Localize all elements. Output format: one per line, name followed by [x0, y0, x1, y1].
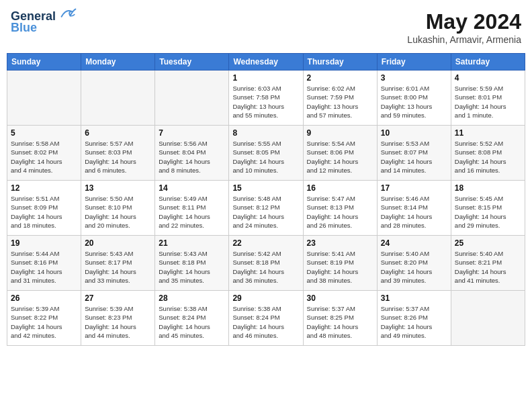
calendar-cell: 24Sunrise: 5:40 AM Sunset: 8:20 PM Dayli…: [377, 236, 451, 291]
calendar-cell: 30Sunrise: 5:37 AM Sunset: 8:25 PM Dayli…: [303, 291, 377, 346]
calendar-cell: 6Sunrise: 5:57 AM Sunset: 8:03 PM Daylig…: [81, 126, 155, 181]
calendar-cell: 10Sunrise: 5:53 AM Sunset: 8:07 PM Dayli…: [377, 126, 451, 181]
day-info: Sunrise: 5:49 AM Sunset: 8:11 PM Dayligh…: [159, 194, 225, 230]
day-info: Sunrise: 5:58 AM Sunset: 8:02 PM Dayligh…: [11, 139, 77, 175]
day-info: Sunrise: 5:52 AM Sunset: 8:08 PM Dayligh…: [455, 139, 521, 175]
day-number: 22: [232, 238, 299, 248]
logo-bird-icon: [60, 7, 77, 20]
day-info: Sunrise: 5:57 AM Sunset: 8:03 PM Dayligh…: [85, 139, 151, 175]
day-number: 31: [381, 293, 447, 303]
day-number: 23: [307, 238, 373, 248]
day-info: Sunrise: 5:44 AM Sunset: 8:16 PM Dayligh…: [11, 249, 77, 285]
day-number: 18: [455, 183, 521, 193]
page-header: General Blue May 2024 Lukashin, Armavir,…: [7, 7, 525, 48]
calendar-cell: 5Sunrise: 5:58 AM Sunset: 8:02 PM Daylig…: [7, 126, 81, 181]
weekday-header: Thursday: [303, 54, 377, 71]
calendar-cell: 12Sunrise: 5:51 AM Sunset: 8:09 PM Dayli…: [7, 181, 81, 236]
day-number: 8: [232, 128, 299, 138]
title-section: May 2024 Lukashin, Armavir, Armenia: [407, 9, 521, 45]
day-number: 7: [159, 128, 225, 138]
location-subtitle: Lukashin, Armavir, Armenia: [407, 34, 521, 45]
calendar-cell: 14Sunrise: 5:49 AM Sunset: 8:11 PM Dayli…: [155, 181, 229, 236]
day-info: Sunrise: 5:38 AM Sunset: 8:24 PM Dayligh…: [232, 304, 299, 340]
calendar-week-row: 19Sunrise: 5:44 AM Sunset: 8:16 PM Dayli…: [7, 236, 525, 291]
calendar-cell: 8Sunrise: 5:55 AM Sunset: 8:05 PM Daylig…: [229, 126, 303, 181]
calendar-cell: 21Sunrise: 5:43 AM Sunset: 8:18 PM Dayli…: [155, 236, 229, 291]
calendar-cell: [155, 71, 229, 126]
day-info: Sunrise: 5:55 AM Sunset: 8:05 PM Dayligh…: [232, 139, 299, 175]
day-info: Sunrise: 5:56 AM Sunset: 8:04 PM Dayligh…: [159, 139, 225, 175]
weekday-header: Monday: [81, 54, 155, 71]
day-number: 10: [381, 128, 447, 138]
day-info: Sunrise: 5:47 AM Sunset: 8:13 PM Dayligh…: [307, 194, 373, 230]
calendar-cell: 7Sunrise: 5:56 AM Sunset: 8:04 PM Daylig…: [155, 126, 229, 181]
calendar-cell: 31Sunrise: 5:37 AM Sunset: 8:26 PM Dayli…: [377, 291, 451, 346]
day-info: Sunrise: 5:43 AM Sunset: 8:17 PM Dayligh…: [85, 249, 151, 285]
calendar-cell: 1Sunrise: 6:03 AM Sunset: 7:58 PM Daylig…: [229, 71, 303, 126]
logo: General Blue: [11, 9, 77, 35]
weekday-header: Tuesday: [155, 54, 229, 71]
day-number: 27: [85, 293, 151, 303]
calendar-cell: 13Sunrise: 5:50 AM Sunset: 8:10 PM Dayli…: [81, 181, 155, 236]
calendar-cell: [81, 71, 155, 126]
weekday-header: Wednesday: [229, 54, 303, 71]
day-info: Sunrise: 6:02 AM Sunset: 7:59 PM Dayligh…: [307, 84, 373, 120]
day-number: 30: [307, 293, 373, 303]
calendar-title: May 2024: [407, 9, 521, 34]
day-number: 24: [381, 238, 447, 248]
day-info: Sunrise: 5:42 AM Sunset: 8:18 PM Dayligh…: [232, 249, 299, 285]
day-number: 16: [307, 183, 373, 193]
weekday-header: Friday: [377, 54, 451, 71]
calendar-cell: 11Sunrise: 5:52 AM Sunset: 8:08 PM Dayli…: [451, 126, 525, 181]
day-number: 29: [232, 293, 299, 303]
calendar-week-row: 12Sunrise: 5:51 AM Sunset: 8:09 PM Dayli…: [7, 181, 525, 236]
calendar-table: SundayMondayTuesdayWednesdayThursdayFrid…: [7, 53, 525, 346]
calendar-cell: 15Sunrise: 5:48 AM Sunset: 8:12 PM Dayli…: [229, 181, 303, 236]
calendar-cell: 19Sunrise: 5:44 AM Sunset: 8:16 PM Dayli…: [7, 236, 81, 291]
calendar-cell: 25Sunrise: 5:40 AM Sunset: 8:21 PM Dayli…: [451, 236, 525, 291]
day-number: 3: [381, 73, 447, 83]
calendar-cell: 9Sunrise: 5:54 AM Sunset: 8:06 PM Daylig…: [303, 126, 377, 181]
day-info: Sunrise: 5:43 AM Sunset: 8:18 PM Dayligh…: [159, 249, 225, 285]
day-number: 19: [11, 238, 77, 248]
calendar-week-row: 1Sunrise: 6:03 AM Sunset: 7:58 PM Daylig…: [7, 71, 525, 126]
calendar-cell: 3Sunrise: 6:01 AM Sunset: 8:00 PM Daylig…: [377, 71, 451, 126]
calendar-cell: [451, 291, 525, 346]
calendar-cell: 2Sunrise: 6:02 AM Sunset: 7:59 PM Daylig…: [303, 71, 377, 126]
day-number: 17: [381, 183, 447, 193]
day-info: Sunrise: 5:54 AM Sunset: 8:06 PM Dayligh…: [307, 139, 373, 175]
calendar-cell: 4Sunrise: 5:59 AM Sunset: 8:01 PM Daylig…: [451, 71, 525, 126]
day-info: Sunrise: 5:39 AM Sunset: 8:23 PM Dayligh…: [85, 304, 151, 340]
day-info: Sunrise: 5:41 AM Sunset: 8:19 PM Dayligh…: [307, 249, 373, 285]
day-info: Sunrise: 6:01 AM Sunset: 8:00 PM Dayligh…: [381, 84, 447, 120]
day-number: 26: [11, 293, 77, 303]
day-number: 21: [159, 238, 225, 248]
day-number: 20: [85, 238, 151, 248]
day-info: Sunrise: 5:40 AM Sunset: 8:21 PM Dayligh…: [455, 249, 521, 285]
day-number: 9: [307, 128, 373, 138]
day-number: 25: [455, 238, 521, 248]
calendar-cell: 26Sunrise: 5:39 AM Sunset: 8:22 PM Dayli…: [7, 291, 81, 346]
day-info: Sunrise: 6:03 AM Sunset: 7:58 PM Dayligh…: [232, 84, 299, 120]
day-info: Sunrise: 5:39 AM Sunset: 8:22 PM Dayligh…: [11, 304, 77, 340]
day-info: Sunrise: 5:48 AM Sunset: 8:12 PM Dayligh…: [232, 194, 299, 230]
calendar-cell: 18Sunrise: 5:45 AM Sunset: 8:15 PM Dayli…: [451, 181, 525, 236]
day-info: Sunrise: 5:40 AM Sunset: 8:20 PM Dayligh…: [381, 249, 447, 285]
weekday-header: Sunday: [7, 54, 81, 71]
day-info: Sunrise: 5:37 AM Sunset: 8:26 PM Dayligh…: [381, 304, 447, 340]
day-number: 5: [11, 128, 77, 138]
day-info: Sunrise: 5:37 AM Sunset: 8:25 PM Dayligh…: [307, 304, 373, 340]
day-number: 11: [455, 128, 521, 138]
calendar-cell: 23Sunrise: 5:41 AM Sunset: 8:19 PM Dayli…: [303, 236, 377, 291]
calendar-cell: 28Sunrise: 5:38 AM Sunset: 8:24 PM Dayli…: [155, 291, 229, 346]
calendar-cell: 27Sunrise: 5:39 AM Sunset: 8:23 PM Dayli…: [81, 291, 155, 346]
day-number: 1: [232, 73, 299, 83]
calendar-cell: 22Sunrise: 5:42 AM Sunset: 8:18 PM Dayli…: [229, 236, 303, 291]
calendar-cell: 29Sunrise: 5:38 AM Sunset: 8:24 PM Dayli…: [229, 291, 303, 346]
calendar-week-row: 26Sunrise: 5:39 AM Sunset: 8:22 PM Dayli…: [7, 291, 525, 346]
day-number: 15: [232, 183, 299, 193]
day-info: Sunrise: 5:45 AM Sunset: 8:15 PM Dayligh…: [455, 194, 521, 230]
day-info: Sunrise: 5:50 AM Sunset: 8:10 PM Dayligh…: [85, 194, 151, 230]
calendar-week-row: 5Sunrise: 5:58 AM Sunset: 8:02 PM Daylig…: [7, 126, 525, 181]
weekday-header-row: SundayMondayTuesdayWednesdayThursdayFrid…: [7, 54, 525, 71]
